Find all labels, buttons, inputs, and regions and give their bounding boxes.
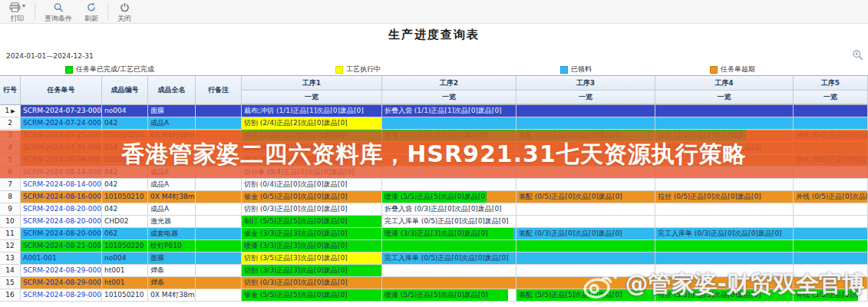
- row-note-cell: [196, 117, 242, 129]
- process-status-cell: 喷漆 (5/5)正品[5]次品[0]废品[0]: [382, 191, 517, 203]
- process-status-block: 制订 (5/5)正品[5]次品[0]废品[0]: [242, 216, 381, 227]
- process-column-header[interactable]: 工序3: [517, 76, 655, 91]
- process-status-cell: 折叠入袋 (0/3)正品[0]次品[0]废品[0]: [382, 203, 517, 215]
- product-name-cell: 成品A: [148, 203, 196, 215]
- row-note-cell: [196, 265, 242, 276]
- process-status-text: 完工入库单 (0/3)正品[0]次品[0]废品[0]: [655, 228, 782, 239]
- legend-swatch: [65, 66, 73, 74]
- table-row[interactable]: 8SCRM-2024-08-16-000121010502100X M4钉38m…: [0, 191, 868, 203]
- legend-swatch: [710, 66, 718, 74]
- table-row[interactable]: 14SCRM-2024-08-29-00020ht001焊条切割 (3/3)正品…: [0, 265, 868, 277]
- table-row[interactable]: 1▶SCRM-2024-07-23-00001no004面膜裁布;冲切 (1/1…: [0, 105, 868, 117]
- refresh-button[interactable]: 刷新: [78, 0, 104, 23]
- process-status-block: 切割 (3/3)正品[3]次品[0]废品[0]: [242, 265, 381, 276]
- process-status-cell: 切割 (3/3)正品[3]次品[0]废品[0]: [242, 265, 382, 276]
- process-status-cell: [655, 179, 794, 190]
- query-conditions-label: 查询条件: [45, 15, 72, 22]
- row-number: 12: [0, 240, 21, 252]
- task-number-cell: A001-001: [21, 253, 102, 264]
- column-header[interactable]: 行备注: [196, 76, 242, 104]
- process-status-cell: [655, 105, 794, 117]
- process-status-cell: 折叠入袋 (1/1)正品[1]次品[0]废品[0]: [382, 105, 517, 117]
- product-name-cell: 0X M4钉38mm(2000: [148, 289, 196, 301]
- process-status-cell: 切割 (3/5)正品[3]次品[0]废品[0]: [242, 253, 382, 264]
- table-row[interactable]: 11SCRM-2024-08-20-00016062成套电器钣金 (3/3)正品…: [0, 228, 868, 240]
- process-status-cell: [655, 277, 794, 289]
- column-header[interactable]: 成品全名: [148, 76, 196, 104]
- close-button[interactable]: 关闭: [111, 0, 137, 23]
- process-status-text: 折叠入袋 (1/1)正品[1]次品[0]废品[0]: [382, 105, 502, 117]
- table-row[interactable]: 15SCRM-2024-08-29-00021ht001焊条切割 (0/3)正品…: [0, 277, 868, 289]
- column-header[interactable]: 任务单号: [21, 76, 102, 104]
- row-number: 7: [0, 179, 21, 190]
- process-status-text: 切割 (0/3)正品[0]次品[0]废品[0]: [242, 203, 348, 215]
- table-row[interactable]: 9SCRM-2024-08-20-00013042成品A切割 (0/3)正品[0…: [0, 203, 868, 216]
- process-status-cell: [517, 203, 655, 215]
- task-number-cell: SCRM-2024-08-14-00011: [21, 179, 102, 190]
- process-column-header[interactable]: 工序4: [655, 76, 794, 91]
- process-subheader: 一览: [517, 91, 655, 104]
- row-note-cell: [196, 216, 242, 227]
- process-status-cell: [655, 240, 794, 252]
- process-status-cell: [655, 253, 794, 264]
- process-status-cell: [794, 105, 868, 117]
- process-status-text: 切割 (0/3)正品[0]次品[0]废品[0]: [242, 277, 348, 289]
- process-status-cell: 钣金 (0/5)正品[0]次品[0]废品[0]: [242, 191, 382, 203]
- magnifier-icon[interactable]: [852, 49, 863, 64]
- power-icon: [120, 2, 130, 12]
- product-code-cell: 101050210: [102, 191, 148, 203]
- process-status-cell: [794, 203, 868, 215]
- process-status-cell: 钣金 (5/5)正品[5]次品[0]废品[0]: [242, 289, 382, 301]
- process-status-cell: [794, 265, 868, 276]
- table-row[interactable]: 10SCRM-2024-08-20-00014CHD02激光器制订 (5/5)正…: [0, 216, 868, 228]
- row-note-cell: [196, 253, 242, 264]
- row-number: 2: [0, 117, 21, 129]
- process-status-block: 并线 (5/5)正品[5]次品[0]废品[0]: [794, 289, 858, 301]
- column-header[interactable]: 行号: [0, 76, 21, 104]
- product-code-cell: 042: [102, 179, 148, 190]
- product-code-cell: 101050220: [102, 240, 148, 252]
- query-conditions-button[interactable]: 查询条件: [38, 0, 78, 23]
- product-name-cell: 0X M4钉38mm(2000: [148, 191, 196, 203]
- process-status-block: 喷漆 (5/5)正品[5]次品[0]废品[0]: [382, 191, 487, 203]
- promo-banner-overlay: 香港管家婆二四六资料库，HSR921.31七天资源执行策略: [0, 130, 868, 178]
- process-status-cell: 拉丝 (5/5)正品[5]次品[0]废品[0]: [655, 289, 794, 301]
- process-status-block: 切割 (3/5)正品[3]次品[0]废品[0]: [242, 253, 381, 264]
- process-status-cell: [517, 117, 655, 129]
- table-row[interactable]: 16SCRM-2024-08-29-000221010502100X M4钉38…: [0, 289, 868, 302]
- print-dropdown-caret[interactable]: ▾: [22, 2, 25, 9]
- process-status-block: 喷漆 (3/3)正品[3]次品[0]废品[0]: [382, 228, 513, 239]
- legend-item: 任务单超期: [710, 64, 755, 74]
- column-header[interactable]: 成品编号: [102, 76, 148, 104]
- process-status-cell: 完工入库单 (0/5)正品[0]次品[0]废品[0]: [382, 216, 517, 227]
- row-note-cell: [196, 105, 242, 117]
- product-code-cell: 042: [102, 203, 148, 215]
- print-button[interactable]: ▾ 打印: [3, 0, 31, 23]
- table-row[interactable]: 2SCRM-2024-07-24-00002042成品A切割 (2/4)正品[2…: [0, 117, 868, 130]
- table-row[interactable]: 12SCRM-2024-08-21-00017101050220纹钉P610喷漆…: [0, 240, 868, 253]
- selected-row-marker-icon: ▶: [11, 108, 15, 114]
- process-status-block: 装配 (5/5)正品[5]次品[0]废品[0]: [517, 289, 655, 301]
- task-number-cell: SCRM-2024-08-29-00020: [21, 265, 102, 276]
- toolbar: ▾ 打印 查询条件 刷新 关闭: [0, 0, 868, 24]
- process-status-text: 装配 (0/5)正品[0]次品[0]废品[0]: [517, 191, 622, 203]
- row-number: 11: [0, 228, 21, 239]
- process-status-cell: 拉丝 (0/5)正品[0]次品[0]废品[0]: [655, 191, 794, 203]
- process-status-cell: [517, 105, 655, 117]
- row-number: 1▶: [0, 105, 21, 117]
- close-label: 关闭: [117, 15, 131, 22]
- production-progress-window: ▾ 打印 查询条件 刷新 关闭 生产进度查询表 2024-01-01—2024-…: [0, 0, 868, 307]
- process-column-header[interactable]: 工序5: [794, 76, 868, 91]
- process-status-cell: [382, 117, 517, 129]
- product-name-cell: 焊条: [148, 277, 196, 289]
- product-name-cell: 成品A: [148, 117, 196, 129]
- table-row[interactable]: 7SCRM-2024-08-14-00011042成品A切割 (0/4)正品[0…: [0, 179, 868, 191]
- task-number-cell: SCRM-2024-08-16-00012: [21, 191, 102, 203]
- table-row[interactable]: 13A001-001no004面膜切割 (3/5)正品[3]次品[0]废品[0]…: [0, 253, 868, 265]
- product-name-cell: 焊条: [148, 265, 196, 276]
- process-column-header[interactable]: 工序2: [382, 76, 517, 91]
- process-status-text: 并线 (0/5)正品[0]次品[0]废品[0]: [794, 191, 868, 203]
- promo-banner-text: 香港管家婆二四六资料库，HSR921.31七天资源执行策略: [121, 139, 747, 170]
- process-column-header[interactable]: 工序1: [242, 76, 382, 91]
- process-status-cell: 装配 (0/5)正品[0]次品[0]废品[0]: [517, 191, 655, 203]
